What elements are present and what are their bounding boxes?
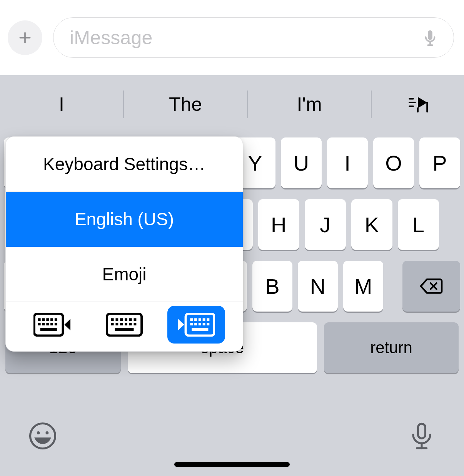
microphone-icon bbox=[407, 421, 436, 451]
key-h[interactable]: H bbox=[258, 199, 299, 250]
emoji-button[interactable] bbox=[28, 421, 58, 453]
svg-rect-44 bbox=[199, 318, 201, 321]
keyboard-settings-item[interactable]: Keyboard Settings… bbox=[6, 137, 243, 192]
return-key[interactable]: return bbox=[324, 322, 459, 373]
key-o[interactable]: O bbox=[373, 137, 414, 188]
key-p[interactable]: P bbox=[419, 137, 460, 188]
add-button[interactable] bbox=[8, 20, 42, 55]
svg-rect-33 bbox=[134, 318, 136, 321]
svg-rect-36 bbox=[120, 323, 123, 325]
home-indicator[interactable] bbox=[174, 462, 290, 467]
svg-rect-46 bbox=[207, 318, 210, 321]
svg-rect-49 bbox=[199, 323, 201, 325]
svg-point-11 bbox=[45, 431, 48, 434]
svg-rect-28 bbox=[111, 318, 114, 321]
suggestion-bar: I The I'm bbox=[0, 75, 464, 134]
key-j[interactable]: J bbox=[305, 199, 346, 250]
svg-rect-21 bbox=[38, 323, 40, 325]
svg-rect-47 bbox=[190, 323, 193, 325]
svg-rect-35 bbox=[115, 323, 118, 325]
svg-rect-43 bbox=[194, 318, 197, 321]
keyboard-layout-row bbox=[6, 302, 243, 351]
backspace-icon bbox=[419, 274, 443, 298]
suggestion-3[interactable]: I'm bbox=[248, 75, 371, 134]
svg-rect-40 bbox=[115, 328, 134, 331]
svg-rect-34 bbox=[111, 323, 114, 325]
keyboard-full-icon bbox=[105, 313, 143, 337]
svg-rect-52 bbox=[192, 328, 209, 331]
svg-rect-39 bbox=[134, 323, 136, 325]
emoji-icon bbox=[28, 421, 58, 451]
svg-rect-12 bbox=[418, 424, 426, 438]
key-k[interactable]: K bbox=[351, 199, 392, 250]
keyboard-layout-full[interactable] bbox=[95, 306, 153, 344]
svg-rect-31 bbox=[125, 318, 127, 321]
svg-rect-30 bbox=[120, 318, 123, 321]
svg-rect-38 bbox=[129, 323, 132, 325]
suggestion-2[interactable]: The bbox=[124, 75, 247, 134]
svg-rect-17 bbox=[42, 318, 45, 321]
svg-rect-24 bbox=[50, 323, 53, 325]
svg-rect-26 bbox=[40, 328, 57, 331]
svg-rect-48 bbox=[194, 323, 197, 325]
key-i[interactable]: I bbox=[327, 137, 368, 188]
svg-rect-22 bbox=[42, 323, 45, 325]
svg-rect-29 bbox=[115, 318, 118, 321]
svg-rect-18 bbox=[46, 318, 49, 321]
message-field[interactable]: iMessage bbox=[53, 17, 454, 58]
message-input-bar: iMessage bbox=[0, 0, 464, 75]
key-u[interactable]: U bbox=[281, 137, 322, 188]
keyboard-right-icon bbox=[177, 313, 215, 337]
key-m[interactable]: M bbox=[343, 261, 383, 312]
key-n[interactable]: N bbox=[298, 261, 338, 312]
keyboard-layout-right[interactable] bbox=[167, 306, 225, 344]
key-l[interactable]: L bbox=[398, 199, 439, 250]
autofill-button[interactable] bbox=[372, 75, 464, 134]
autofill-icon bbox=[407, 93, 429, 116]
key-b[interactable]: B bbox=[252, 261, 292, 312]
suggestion-1[interactable]: I bbox=[0, 75, 123, 134]
keyboard-language-item[interactable]: English (US) bbox=[6, 192, 243, 247]
keyboard-switcher-popup: Keyboard Settings… English (US) Emoji bbox=[5, 136, 243, 352]
plus-icon bbox=[18, 30, 32, 45]
svg-rect-32 bbox=[129, 318, 132, 321]
keyboard-layout-left[interactable] bbox=[23, 306, 81, 344]
svg-point-9 bbox=[30, 424, 55, 449]
svg-rect-23 bbox=[46, 323, 49, 325]
dictate-inline-button[interactable] bbox=[421, 29, 439, 47]
backspace-key[interactable] bbox=[402, 261, 460, 312]
svg-rect-25 bbox=[55, 323, 57, 325]
keyboard-left-icon bbox=[33, 313, 71, 337]
svg-rect-50 bbox=[203, 323, 205, 325]
svg-point-10 bbox=[37, 431, 40, 434]
svg-rect-45 bbox=[203, 318, 205, 321]
svg-rect-51 bbox=[207, 323, 210, 325]
keyboard-emoji-item[interactable]: Emoji bbox=[6, 247, 243, 302]
svg-rect-19 bbox=[50, 318, 53, 321]
svg-rect-16 bbox=[38, 318, 40, 321]
microphone-icon bbox=[421, 29, 439, 47]
svg-rect-20 bbox=[55, 318, 57, 321]
message-placeholder: iMessage bbox=[70, 27, 414, 49]
dictate-button[interactable] bbox=[407, 421, 436, 452]
svg-rect-37 bbox=[125, 323, 127, 325]
svg-rect-42 bbox=[190, 318, 193, 321]
